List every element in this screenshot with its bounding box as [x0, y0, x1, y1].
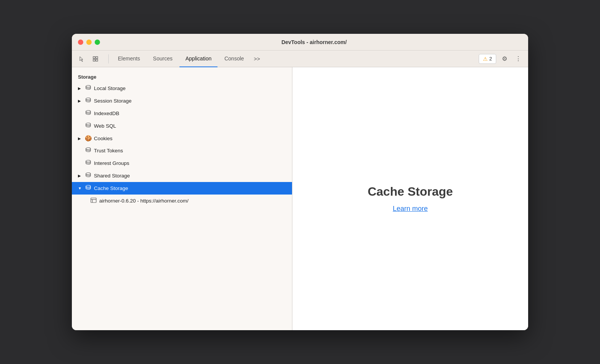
indexed-db-label: IndexedDB [94, 111, 119, 116]
trust-tokens-icon [85, 147, 92, 154]
panel-title: Cache Storage [368, 185, 453, 199]
sidebar-item-session-storage[interactable]: ▶ Session Storage [72, 95, 292, 107]
svg-rect-2 [93, 59, 95, 61]
cache-entry-icon [90, 197, 97, 204]
devtools-window: DevTools - airhorner.com/ Elements [72, 34, 528, 330]
cache-storage-label: Cache Storage [94, 185, 128, 191]
cursor-icon-button[interactable] [76, 54, 87, 64]
inspect-icon [92, 56, 98, 62]
sidebar-item-cache-storage[interactable]: ▼ Cache Storage [72, 182, 292, 195]
warning-icon: ⚠ [483, 56, 488, 62]
expand-arrow-session-storage: ▶ [78, 99, 83, 103]
expand-arrow-cookies: ▶ [78, 136, 83, 141]
expand-arrow-cache-storage: ▼ [78, 186, 83, 190]
more-options-button[interactable]: ⋮ [513, 54, 524, 64]
close-button[interactable] [78, 40, 83, 45]
sidebar-item-trust-tokens[interactable]: Trust Tokens [72, 144, 292, 157]
shared-storage-icon [85, 172, 92, 179]
tab-console[interactable]: Console [218, 51, 250, 67]
indexed-db-icon [85, 110, 92, 117]
tab-application[interactable]: Application [179, 51, 218, 67]
web-sql-icon [85, 122, 92, 130]
sidebar: Storage ▶ Local Storage ▶ Session Storag… [72, 67, 292, 330]
svg-point-4 [86, 85, 90, 87]
expand-arrow-shared-storage: ▶ [78, 174, 83, 178]
session-storage-label: Session Storage [94, 98, 132, 104]
trust-tokens-label: Trust Tokens [94, 148, 123, 154]
sidebar-item-web-sql[interactable]: Web SQL [72, 120, 292, 132]
tab-elements[interactable]: Elements [112, 51, 146, 67]
settings-icon: ⚙ [502, 55, 507, 62]
web-sql-label: Web SQL [94, 123, 116, 129]
svg-rect-12 [91, 198, 96, 203]
svg-point-7 [86, 123, 90, 125]
svg-point-11 [86, 185, 90, 187]
warning-count: 2 [489, 56, 492, 62]
svg-point-5 [86, 98, 90, 100]
interest-groups-label: Interest Groups [94, 160, 129, 166]
sidebar-item-cache-entry[interactable]: airhorner-0.6.20 - https://airhorner.com… [72, 195, 292, 207]
cache-entry-label: airhorner-0.6.20 - https://airhorner.com… [99, 198, 189, 204]
sidebar-item-indexed-db[interactable]: IndexedDB [72, 107, 292, 120]
cursor-icon [79, 56, 85, 62]
session-storage-icon [85, 97, 92, 104]
expand-arrow-local-storage: ▶ [78, 86, 83, 90]
svg-rect-1 [96, 57, 98, 59]
sidebar-item-shared-storage[interactable]: ▶ Shared Storage [72, 169, 292, 182]
main-content: Storage ▶ Local Storage ▶ Session Storag… [72, 67, 528, 330]
local-storage-icon [85, 85, 92, 92]
learn-more-link[interactable]: Learn more [393, 205, 428, 213]
interest-groups-icon [85, 160, 92, 167]
toolbar-right: ⚠ 2 ⚙ ⋮ [479, 54, 524, 64]
svg-point-9 [86, 160, 90, 162]
minimize-button[interactable] [86, 40, 92, 45]
cookies-icon: 🍪 [85, 135, 92, 142]
window-title: DevTools - airhorner.com/ [106, 39, 522, 45]
settings-button[interactable]: ⚙ [499, 54, 510, 64]
cookies-label: Cookies [94, 136, 113, 141]
svg-rect-0 [93, 57, 95, 59]
storage-section-label: Storage [72, 72, 292, 82]
sidebar-item-interest-groups[interactable]: Interest Groups [72, 157, 292, 169]
title-bar: DevTools - airhorner.com/ [72, 34, 528, 51]
svg-point-6 [86, 111, 90, 112]
inspect-icon-button[interactable] [90, 54, 101, 64]
sidebar-item-cookies[interactable]: ▶ 🍪 Cookies [72, 132, 292, 144]
shared-storage-label: Shared Storage [94, 173, 130, 179]
right-panel: Cache Storage Learn more [292, 67, 528, 330]
svg-point-8 [86, 148, 90, 150]
toolbar-divider [108, 54, 109, 63]
toolbar: Elements Sources Application Console >> … [72, 51, 528, 67]
traffic-lights [78, 40, 100, 45]
cache-storage-icon [85, 185, 92, 192]
sidebar-item-local-storage[interactable]: ▶ Local Storage [72, 82, 292, 95]
svg-rect-3 [96, 59, 98, 61]
warning-badge[interactable]: ⚠ 2 [479, 54, 496, 64]
toolbar-icons [76, 54, 101, 64]
more-tabs-button[interactable]: >> [251, 51, 263, 67]
tabs: Elements Sources Application Console >> [112, 51, 263, 67]
tab-sources[interactable]: Sources [147, 51, 178, 67]
more-options-icon: ⋮ [515, 55, 521, 62]
maximize-button[interactable] [95, 40, 100, 45]
svg-point-10 [86, 173, 90, 175]
local-storage-label: Local Storage [94, 85, 125, 91]
